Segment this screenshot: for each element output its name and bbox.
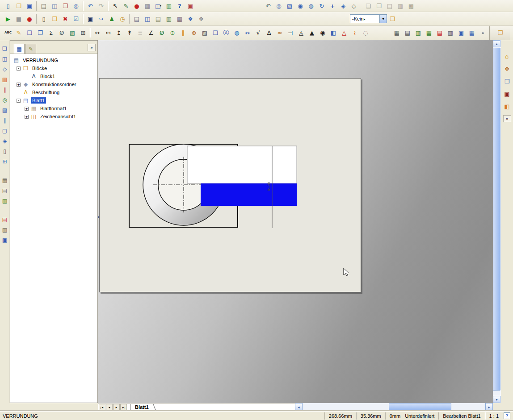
geometric-tolerance-button[interactable]: ◬ xyxy=(296,28,307,38)
arrange-icons-button[interactable]: ▩ xyxy=(406,1,416,11)
select-pointer-button[interactable]: ↖ xyxy=(110,1,121,11)
first-sheet-button[interactable]: |◄ xyxy=(99,404,105,411)
centerline-button[interactable]: ‖ xyxy=(178,28,189,38)
smart-dimension-button[interactable]: ↔ xyxy=(92,28,103,38)
section-properties-button[interactable]: ▨ xyxy=(67,28,78,38)
document-tool-2-button[interactable]: ◫ xyxy=(142,14,153,24)
tree-item-zeichenansicht1[interactable]: +◫Zeichenansicht1 xyxy=(10,112,97,121)
next-sheet-button[interactable]: ► xyxy=(113,404,120,411)
document-tool-3-button[interactable]: ▤ xyxy=(153,14,164,24)
document-tool-4-button[interactable]: ▥ xyxy=(164,14,174,24)
layer-properties-button[interactable]: ❒ xyxy=(387,14,398,24)
tree-item-bloecke[interactable]: -❒Blöcke xyxy=(10,64,97,72)
scroll-left-arrow[interactable]: ◄ xyxy=(295,403,303,411)
collapse-task-pane-chevron[interactable]: « xyxy=(503,115,511,122)
record-macro-button[interactable]: ● xyxy=(24,14,35,24)
drawing-title-block-button[interactable]: ▣ xyxy=(0,236,9,244)
revision-cloud-button[interactable]: ≀ xyxy=(349,28,360,38)
magnetic-line-button[interactable]: ↭ xyxy=(242,28,253,38)
file-explorer-button[interactable]: ❒ xyxy=(502,77,512,86)
bill-of-materials-button[interactable]: ▥ xyxy=(413,28,424,38)
macro-options-button[interactable]: ☑ xyxy=(71,14,81,24)
tree-item-block1[interactable]: ABlock1 xyxy=(10,72,97,80)
stop-macro-button[interactable]: ■ xyxy=(13,14,24,24)
hole-callout-button[interactable]: Ø xyxy=(156,28,167,38)
solidworks-resources-button[interactable]: ⌂ xyxy=(502,52,512,61)
grid-settings-button[interactable]: ▦ xyxy=(142,1,153,11)
collaborate-2-button[interactable]: ❖ xyxy=(196,14,206,24)
new-document-button[interactable]: ▯ xyxy=(3,1,13,11)
end-treatment-button[interactable]: ⊣ xyxy=(285,28,296,38)
horizontal-scrollbar[interactable]: ◄ ► xyxy=(295,403,493,411)
prev-sheet-button[interactable]: ◄ xyxy=(106,404,113,411)
drawing-revision-table-button[interactable]: ▤ xyxy=(0,216,9,224)
selected-block[interactable] xyxy=(201,183,297,206)
scheduler-button[interactable]: ◷ xyxy=(117,14,128,24)
dimension-text[interactable]: 81.28 xyxy=(267,182,271,191)
drawing-bom-table-button[interactable]: ▥ xyxy=(0,197,9,205)
drawing-general-table-button[interactable]: ▦ xyxy=(0,176,9,184)
mass-properties-button[interactable]: ⊞ xyxy=(78,28,88,38)
weld-caterpillar-button[interactable]: ≈ xyxy=(274,28,285,38)
expand-toggle[interactable]: + xyxy=(25,115,29,119)
linked-note-button[interactable]: ❐ xyxy=(35,28,46,38)
view-palette-button[interactable]: ▣ xyxy=(502,89,512,98)
horizontal-scroll-thumb[interactable] xyxy=(389,403,451,411)
viewport-layout-button[interactable]: ◫▾ xyxy=(153,1,164,11)
revision-symbol-button[interactable]: △ xyxy=(339,28,349,38)
sheet-tab-blatt1[interactable]: Blatt1 xyxy=(130,404,152,411)
format-painter-button[interactable]: ✎ xyxy=(13,28,24,38)
model-view-button[interactable]: ❏ xyxy=(0,45,9,53)
weldment-cutlist-button[interactable]: ▥ xyxy=(445,28,456,38)
vertical-dimension-button[interactable]: ↥ xyxy=(114,28,124,38)
broken-out-section-button[interactable]: ▨ xyxy=(0,106,9,114)
detail-view-button[interactable]: ◎ xyxy=(0,96,9,104)
view-orientation-button[interactable]: ◈ xyxy=(338,1,349,11)
pan-view-button[interactable]: + xyxy=(327,1,338,11)
equation-button[interactable]: Σ xyxy=(46,28,56,38)
close-macro-button[interactable]: ✖ xyxy=(60,14,71,24)
balloon-button[interactable]: Ⓐ xyxy=(221,28,231,38)
datum-feature-button[interactable]: ▲ xyxy=(307,28,317,38)
standard-3-view-button[interactable]: ⊞ xyxy=(0,158,9,166)
scroll-right-arrow[interactable]: ► xyxy=(485,403,493,411)
center-mark-button[interactable]: ⊕ xyxy=(189,28,199,38)
vba-editor-button[interactable]: ▣ xyxy=(85,14,96,24)
toolbar-overflow-chevron[interactable]: » xyxy=(479,28,486,38)
measure-button[interactable]: Ø xyxy=(56,28,67,38)
horizontal-scroll-track[interactable] xyxy=(303,403,485,411)
vertical-scroll-thumb[interactable] xyxy=(493,48,500,391)
hole-table-button[interactable]: ▤ xyxy=(402,28,413,38)
tile-vertical-button[interactable]: ▥ xyxy=(395,1,406,11)
print-preview-button[interactable]: ◫ xyxy=(49,1,60,11)
save-document-button[interactable]: ▣ xyxy=(24,1,35,11)
tolerance-table-button[interactable]: ▦ xyxy=(467,28,477,38)
zoom-to-area-button[interactable]: ▧ xyxy=(284,1,295,11)
auto-balloon-button[interactable]: ◍ xyxy=(231,28,242,38)
alternate-position-view-button[interactable]: ◈ xyxy=(0,137,9,145)
zoom-to-fit-button[interactable]: ◎ xyxy=(273,1,284,11)
expand-toggle[interactable]: + xyxy=(25,107,29,111)
propertymanager-tab[interactable]: ✎ xyxy=(25,44,36,54)
baseline-dimension-button[interactable]: ≡ xyxy=(135,28,146,38)
print-button[interactable]: ▤ xyxy=(38,1,49,11)
new-macro-button[interactable]: ▯ xyxy=(38,14,49,24)
redo-button[interactable]: ↷ xyxy=(96,1,106,11)
drawing-weld-table-button[interactable]: ▥ xyxy=(0,226,9,234)
open-macro-button[interactable]: ❒ xyxy=(49,14,60,24)
panel-flyout-chevron[interactable]: » xyxy=(88,44,96,51)
task-pane-clipboard-button[interactable]: ❐ xyxy=(495,28,506,38)
block-insert-button[interactable]: ◧ xyxy=(328,28,339,38)
step-into-button[interactable]: ↪ xyxy=(96,14,106,24)
sketch-button[interactable]: ✎ xyxy=(121,1,131,11)
design-library-button[interactable]: ❖ xyxy=(502,64,512,73)
area-hatch-button[interactable]: ▨ xyxy=(199,28,210,38)
tree-item-konstruktionsordner[interactable]: +◆Konstruktionsordner xyxy=(10,80,97,88)
title-block-table-button[interactable]: ▣ xyxy=(456,28,467,38)
expand-toggle[interactable]: + xyxy=(17,83,21,87)
tile-horizontal-button[interactable]: ▤ xyxy=(384,1,395,11)
chevron-down-icon[interactable]: ▾ xyxy=(379,14,387,23)
screen-capture-button[interactable]: ▣ xyxy=(185,1,196,11)
break-view-button[interactable]: ‖ xyxy=(0,116,9,125)
tree-item-beschriftung[interactable]: ABeschriftung xyxy=(10,88,97,96)
